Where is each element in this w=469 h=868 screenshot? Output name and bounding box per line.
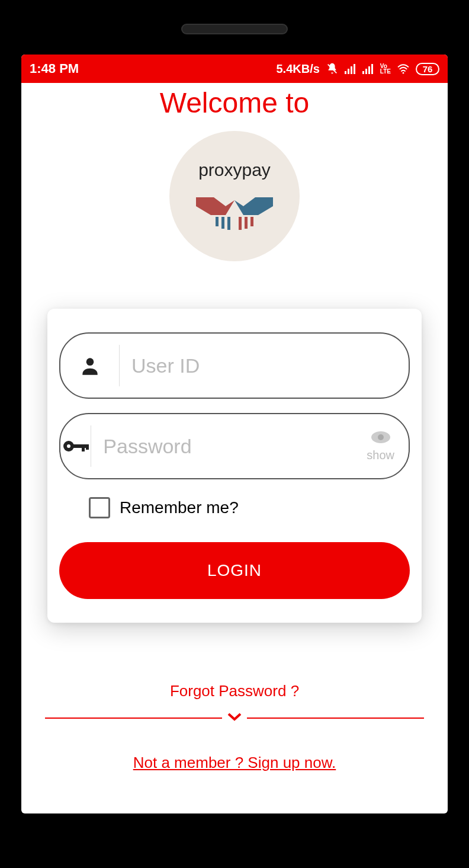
svg-rect-4 xyxy=(354,64,355,74)
svg-rect-13 xyxy=(239,217,242,230)
svg-rect-11 xyxy=(221,217,224,229)
data-rate: 5.4KB/s xyxy=(276,62,319,76)
remember-me[interactable]: Remember me? xyxy=(89,497,410,518)
svg-rect-8 xyxy=(371,64,373,74)
svg-point-9 xyxy=(403,72,404,74)
user-icon xyxy=(60,345,120,386)
svg-rect-5 xyxy=(362,71,364,74)
status-bar: 1:48 PM 5.4KB/s VoLTE 76 xyxy=(21,55,448,83)
svg-rect-15 xyxy=(250,217,253,226)
handshake-icon xyxy=(193,182,276,238)
login-button[interactable]: LOGIN xyxy=(59,542,410,599)
show-password-toggle[interactable]: show xyxy=(367,430,409,462)
signup-link[interactable]: Not a member ? Sign up now. xyxy=(21,754,448,772)
eye-icon xyxy=(370,430,391,447)
brand-name: proxypay xyxy=(198,160,271,180)
svg-rect-1 xyxy=(345,71,346,74)
svg-point-16 xyxy=(86,358,94,366)
key-icon xyxy=(60,425,91,467)
remember-checkbox[interactable] xyxy=(89,497,110,518)
password-input[interactable] xyxy=(91,435,367,458)
svg-rect-6 xyxy=(365,69,367,74)
userid-input[interactable] xyxy=(120,354,409,377)
svg-rect-14 xyxy=(245,217,248,229)
userid-field xyxy=(59,332,410,399)
svg-rect-10 xyxy=(216,217,219,226)
password-field: show xyxy=(59,413,410,479)
remember-label: Remember me? xyxy=(120,498,239,517)
welcome-title: Welcome to xyxy=(21,87,448,119)
divider xyxy=(45,712,424,724)
svg-point-18 xyxy=(67,444,70,448)
status-time: 1:48 PM xyxy=(30,61,79,76)
svg-point-23 xyxy=(378,434,384,440)
svg-rect-2 xyxy=(348,69,349,74)
signal-1-icon xyxy=(345,63,356,74)
svg-rect-21 xyxy=(86,444,89,450)
wifi-icon xyxy=(397,63,410,74)
show-label: show xyxy=(367,449,394,462)
login-card: show Remember me? LOGIN xyxy=(47,309,422,623)
forgot-password-link[interactable]: Forgot Password ? xyxy=(21,682,448,700)
volte-label: VoLTE xyxy=(380,63,391,74)
brand-logo: proxypay xyxy=(169,131,300,261)
signal-2-icon xyxy=(362,63,374,74)
battery-indicator: 76 xyxy=(416,63,439,75)
notifications-muted-icon xyxy=(326,62,339,75)
svg-rect-7 xyxy=(368,66,370,74)
svg-rect-19 xyxy=(73,444,88,448)
svg-rect-12 xyxy=(227,217,230,230)
svg-rect-3 xyxy=(351,66,352,74)
svg-rect-20 xyxy=(82,444,85,451)
chevron-down-icon xyxy=(227,712,242,724)
